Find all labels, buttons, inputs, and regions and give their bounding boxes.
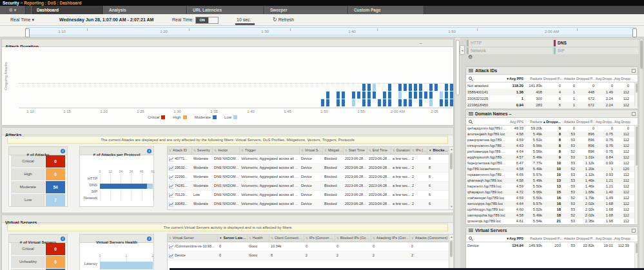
column-header-attacks[interactable]: Attacks — [562, 120, 576, 124]
column-header-blocked-trans[interactable]: ▼Blocked Trans... — [427, 147, 449, 154]
attack-duration-bar[interactable] — [383, 99, 386, 106]
attack-id-row[interactable]: 33063232251300616722.24112 — [466, 95, 638, 102]
scroll-down-icon[interactable]: ▼ — [449, 204, 454, 209]
column-header-avg-dropp[interactable]: Avg Dropp... — [596, 120, 614, 124]
attack-duration-bar[interactable] — [434, 84, 438, 91]
attack-duration-bar[interactable] — [429, 99, 433, 106]
main-scrollbar[interactable] — [454, 37, 460, 270]
column-header-duration[interactable]: ⇅Duration — [391, 147, 411, 154]
attack-duration-bar[interactable] — [404, 99, 407, 106]
panel-resize-icon[interactable] — [632, 69, 636, 73]
tab-dashboard[interactable]: Dashboard — [31, 6, 103, 14]
domain-row[interactable]: qehapqymm.fqp789.loc49.3359.20k00000 — [466, 126, 638, 131]
column-header-start-time[interactable]: ⇅Start Time — [344, 147, 367, 154]
info-icon[interactable]: i — [147, 236, 151, 241]
column-header-end-time[interactable]: ⇅End Time — [367, 147, 391, 154]
attack-duration-bar[interactable] — [342, 92, 345, 99]
tab-url-latencies[interactable]: URL Latencies — [187, 6, 264, 14]
column-header-packets[interactable]: Packets — [525, 77, 543, 81]
scrollbar-thumb[interactable] — [450, 240, 453, 257]
realtime-toggle[interactable]: ON — [195, 17, 219, 24]
attack-duration-bar[interactable] — [373, 92, 376, 99]
attack-duration-bar[interactable] — [342, 99, 345, 106]
attack-duration-bar[interactable] — [337, 92, 340, 99]
column-header-attacking-ips-concurrent[interactable]: ⇅Attacking IPs (Concurrent) — [371, 235, 410, 242]
column-header-dropped-p[interactable]: Dropped P... — [576, 77, 596, 81]
line-chart-icon[interactable] — [169, 175, 173, 180]
virtual-server-row[interactable]: Device124.94149.93k2035322.82k19.01112.3… — [466, 242, 638, 249]
breadcrumb-path[interactable]: Reporting : DoS : Dashboard — [24, 1, 81, 5]
domain-row[interactable]: paeqnpamea.fqp789.loc4.595.51k8538960.75… — [466, 137, 638, 143]
attack-duration-bar[interactable] — [440, 92, 443, 99]
column-header-avg-dropp[interactable]: Avg Dropp... — [614, 236, 630, 240]
table-scrollbar[interactable]: ▲▼ — [449, 235, 453, 270]
column-header-avg-dropp[interactable]: Avg Dropp... — [596, 77, 614, 81]
timeline-handle-right[interactable] — [632, 28, 637, 37]
attack-duration-bar[interactable] — [367, 92, 371, 99]
domain-row[interactable]: hapsrenn.fqp789.loc4.595.50k13531.46k1.2… — [466, 184, 638, 189]
attack-duration-bar[interactable] — [326, 92, 329, 99]
column-header-droppe[interactable]: ▴ Droppe... — [543, 120, 562, 124]
column-header-dropped-p[interactable]: Dropped P... — [576, 120, 596, 124]
attack-duration-bar[interactable] — [445, 84, 448, 91]
column-header-attacks[interactable]: Attacks — [562, 236, 576, 240]
column-header-client-connections[interactable]: ⇅Client Connections — [269, 235, 304, 242]
timeline-track[interactable]: 1:101:201:301:401:502:00 AM — [26, 27, 636, 35]
column-header-mitigation[interactable]: ⇅Mitigation — [323, 147, 344, 154]
attack-duration-bar[interactable] — [362, 99, 366, 106]
virtual-server-row[interactable]: /Common/dns-vs-10.93...0Good10.34k0000 — [168, 242, 453, 251]
attack-duration-bar[interactable] — [398, 84, 402, 91]
tab-analysis[interactable]: Analysis — [103, 6, 187, 14]
attack-row[interactable]: 70129...LowDNS NXDOM...Volumetric, Aggre… — [168, 191, 453, 200]
filter-chip-sip[interactable]: SIP — [554, 48, 639, 54]
panel-resize-icon[interactable] — [632, 229, 636, 233]
column-header-dropped-p[interactable]: Dropped P... — [543, 236, 562, 240]
attack-duration-bar[interactable] — [404, 84, 407, 91]
line-chart-icon[interactable] — [169, 184, 173, 189]
domain-row[interactable]: fqp789.locaehwmmms.fqp789...4.585.49k105… — [466, 166, 638, 172]
line-chart-icon[interactable] — [169, 193, 173, 198]
line-chart-icon[interactable] — [169, 244, 173, 249]
column-header-virtual-se[interactable]: ⇅Virtual Se... — [300, 147, 323, 154]
attack-duration-bar[interactable] — [445, 99, 448, 106]
info-icon[interactable]: i — [61, 236, 65, 241]
column-header-attacks-concurrent[interactable]: ⇅Attacks (Concurrent) — [410, 235, 449, 242]
column-header-avg-dropp[interactable]: Avg Dropp... — [614, 120, 630, 124]
scrollbar-thumb[interactable] — [636, 126, 638, 166]
attack-row[interactable]: 29532...ModerateDNS NXDOM...Volumetric, … — [168, 164, 453, 173]
column-header-avg-dropp[interactable]: Avg Dropp... — [614, 77, 630, 81]
search-icon[interactable] — [469, 236, 472, 240]
domain-row[interactable]: qhapapun.fqp789.loc4.725.66k15531.68k1.4… — [466, 189, 638, 195]
domain-row[interactable]: fsqeqmerswa.fqp789.loc6.477.77k10531.12k… — [466, 160, 638, 166]
attack-duration-bar[interactable] — [409, 99, 412, 106]
breadcrumb-app[interactable]: Security — [3, 1, 19, 5]
attack-duration-bar[interactable] — [409, 92, 412, 99]
attack-duration-bar[interactable] — [362, 92, 366, 99]
attack-duration-bar[interactable] — [373, 84, 376, 91]
attack-duration-bar[interactable] — [419, 92, 422, 99]
menu-button[interactable]: ⚙ ▾ — [0, 6, 26, 14]
attack-duration-bar[interactable] — [450, 84, 453, 91]
attack-duration-bar[interactable] — [424, 92, 427, 99]
column-header-trigger[interactable]: ⇅Trigger — [240, 147, 300, 154]
domain-row[interactable]: mrsqmvamm.fqp789.loc4.635.56k8538960.751… — [466, 143, 638, 149]
tab-custom-page[interactable]: Custom Page — [348, 6, 424, 14]
column-header-severity[interactable]: ⇅Severity — [192, 147, 213, 154]
domain-row[interactable]: uamspquha.fqp789.loc4.585.49k18522.02k1.… — [466, 213, 638, 218]
refresh-button[interactable]: ↻Refresh — [273, 14, 294, 26]
info-icon[interactable]: i — [147, 149, 151, 153]
attack-row[interactable]: 40771...ModerateDNS NXDOM...Volumetric, … — [168, 155, 453, 164]
scrollbar-thumb[interactable] — [636, 83, 638, 93]
domain-row[interactable]: qhansaqh.fqp789.loc4.585.49k13531.46k1.2… — [466, 178, 638, 184]
attack-duration-bar[interactable] — [440, 99, 443, 106]
attack-duration-bar[interactable] — [419, 84, 422, 91]
scroll-up-icon[interactable]: ▲ — [449, 235, 454, 240]
attack-duration-bar[interactable] — [388, 99, 391, 106]
info-icon[interactable]: i — [61, 149, 65, 153]
line-chart-icon[interactable] — [169, 253, 173, 258]
panel-resize-icon[interactable] — [632, 112, 636, 116]
attack-duration-bar[interactable] — [388, 84, 391, 91]
filter-chip-http[interactable]: HTTP — [467, 40, 552, 46]
line-chart-icon[interactable] — [169, 202, 173, 207]
table-scrollbar[interactable] — [634, 126, 638, 224]
